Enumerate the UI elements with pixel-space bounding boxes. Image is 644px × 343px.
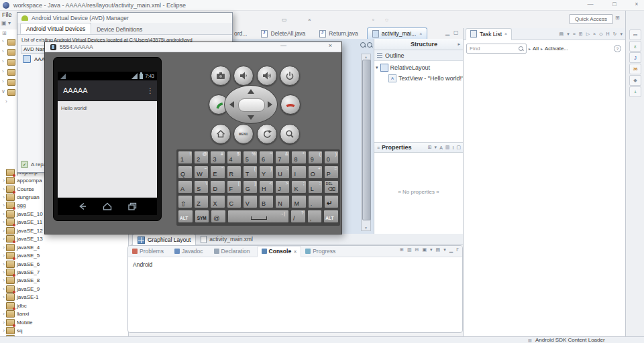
key[interactable]: @	[211, 210, 226, 223]
tree-arrow[interactable]: ›	[2, 68, 4, 74]
console-toolbar-icon[interactable]: ▁	[449, 247, 453, 253]
close-tab-icon[interactable]: ×	[294, 249, 297, 254]
task-toolbar-icon[interactable]: ▾	[620, 31, 623, 37]
perspective-grid-icon[interactable]: ⊞	[615, 15, 620, 21]
project-item[interactable]: › javaSE_8	[1, 277, 126, 285]
project-item[interactable]: › javaSE_9	[1, 285, 126, 293]
key[interactable]: P=	[324, 165, 339, 179]
key[interactable]: G]	[243, 180, 258, 194]
properties-tool-icon[interactable]: A	[439, 145, 443, 150]
task-toolbar-icon[interactable]: ▾	[567, 31, 570, 37]
properties-tool-icon[interactable]: ▾	[435, 145, 437, 150]
back-button[interactable]	[257, 124, 277, 144]
volume-down-button[interactable]	[233, 66, 254, 86]
key[interactable]: 1!	[178, 151, 193, 164]
minimize-button[interactable]: —	[280, 42, 286, 49]
task-toolbar-icon[interactable]: ◇	[599, 31, 602, 37]
key[interactable]: Y}	[259, 165, 274, 179]
key[interactable]: K;	[291, 180, 306, 194]
close-tab-icon[interactable]: ×	[504, 31, 507, 36]
task-toolbar-icon[interactable]: ≡	[573, 31, 576, 36]
key[interactable]: Z	[194, 195, 209, 208]
key[interactable]: 3#	[210, 151, 225, 164]
expand-arrow-icon[interactable]: ›	[1, 328, 6, 334]
key[interactable]: 8*	[291, 151, 306, 164]
console-toolbar-icon[interactable]: ▣	[422, 247, 427, 253]
key[interactable]: 7&	[275, 151, 290, 164]
minimized-view-icon[interactable]: +	[629, 86, 641, 97]
tree-arrow[interactable]: ›	[5, 98, 7, 105]
expand-arrow-icon[interactable]: ›	[1, 245, 6, 251]
expand-arrow-icon[interactable]: ›	[1, 211, 6, 217]
task-list-tab[interactable]: Task List ×	[466, 28, 512, 40]
outline-node-textview[interactable]: A TextView - "Hello world!"	[386, 74, 463, 82]
new-wizard-caret-icon[interactable]: ▾	[8, 20, 11, 26]
key[interactable]: O+	[308, 165, 323, 179]
vertical-scrollbar[interactable]: ▲ ▼	[361, 54, 371, 231]
expand-arrow-icon[interactable]: ›	[1, 269, 6, 275]
properties-tool-icon[interactable]: I	[452, 145, 453, 150]
outline-node-relativelayout[interactable]: ▾ RelativeLayout	[376, 63, 463, 72]
expand-arrow-icon[interactable]: ›	[1, 202, 6, 208]
expand-arrow-icon[interactable]: ›	[1, 261, 6, 267]
key[interactable]: 9(	[308, 151, 323, 164]
phone-screen[interactable]: 7:43 AAAAA ⋮ Hello world!	[58, 72, 157, 215]
key[interactable]: U-	[275, 165, 290, 179]
filter-all-link[interactable]: All	[533, 46, 539, 52]
task-toolbar-icon[interactable]: ⊞	[579, 31, 583, 37]
key[interactable]: C	[227, 195, 241, 208]
console-view-tab[interactable]: Javadoc	[170, 247, 210, 257]
find-input[interactable]: Find	[466, 44, 527, 54]
editor-tab[interactable]: ord...	[229, 27, 256, 39]
expand-arrow-icon[interactable]: ›	[1, 294, 6, 300]
key[interactable]: M	[291, 195, 306, 208]
console-toolbar-icon[interactable]: ⊞	[400, 247, 404, 253]
expand-arrow-icon[interactable]: ›	[1, 236, 6, 242]
properties-tool-icon[interactable]: ▢	[456, 145, 461, 150]
key[interactable]: R	[227, 165, 241, 179]
toolbar-icon-3[interactable]: ▫	[372, 17, 374, 23]
project-item[interactable]: › javaSE_5	[1, 251, 126, 259]
close-button[interactable]: ×	[329, 42, 332, 49]
key[interactable]: I	[291, 165, 306, 179]
view-maximize-icon[interactable]: ▢	[453, 29, 459, 36]
properties-menu-icon[interactable]: ≡	[377, 145, 380, 150]
key[interactable]: V	[243, 195, 258, 208]
minimized-view-icon[interactable]: ▭	[629, 29, 641, 40]
zoom-out-icon[interactable]	[367, 42, 372, 48]
key[interactable]: SYM	[195, 210, 210, 223]
tree-arrow[interactable]: ›	[2, 38, 4, 44]
project-item[interactable]: › sq	[1, 326, 126, 334]
console-view-tab[interactable]: Problems	[128, 247, 170, 257]
close-button[interactable]: ×	[629, 1, 644, 7]
dpad-down-icon[interactable]	[248, 115, 254, 120]
console-toolbar-icon[interactable]: ▾	[430, 247, 433, 253]
nav-home-button[interactable]	[102, 202, 113, 211]
editor-tab[interactable]: activity_mai... ×	[367, 27, 428, 39]
console-toolbar-icon[interactable]: ▤	[436, 247, 441, 253]
key[interactable]: T{	[243, 165, 258, 179]
dpad-left-icon[interactable]	[229, 101, 234, 108]
tree-arrow[interactable]: ›	[2, 58, 4, 64]
tree-arrow[interactable]: ›	[2, 78, 4, 84]
editor-tab[interactable]: DeleteAll.java	[256, 27, 314, 39]
key[interactable]: Q'	[178, 165, 193, 179]
project-item[interactable]: › javaSE_4	[1, 243, 126, 251]
home-button[interactable]	[211, 124, 231, 144]
collapse-caret-icon[interactable]: ▾	[376, 65, 378, 70]
key[interactable]: H<	[259, 180, 274, 194]
expand-arrow-icon[interactable]: ›	[1, 311, 6, 317]
key[interactable]: A	[178, 180, 193, 194]
avd-tab[interactable]: Device Definitions	[91, 24, 148, 34]
expand-arrow-icon[interactable]: ›	[1, 228, 6, 234]
key[interactable]: D	[210, 180, 225, 194]
menu-button[interactable]: MENU	[233, 124, 254, 144]
view-minimize-icon[interactable]: ▁	[445, 29, 449, 36]
minimized-view-icon[interactable]: 36	[629, 64, 641, 74]
expand-arrow-icon[interactable]: ›	[1, 320, 6, 326]
properties-tool-icon[interactable]: ▥	[445, 145, 450, 150]
close-tab-icon[interactable]: ×	[419, 31, 422, 36]
camera-button[interactable]	[211, 66, 231, 86]
structure-menu-icon[interactable]: ▸	[458, 42, 460, 47]
hangup-button[interactable]	[280, 94, 301, 115]
